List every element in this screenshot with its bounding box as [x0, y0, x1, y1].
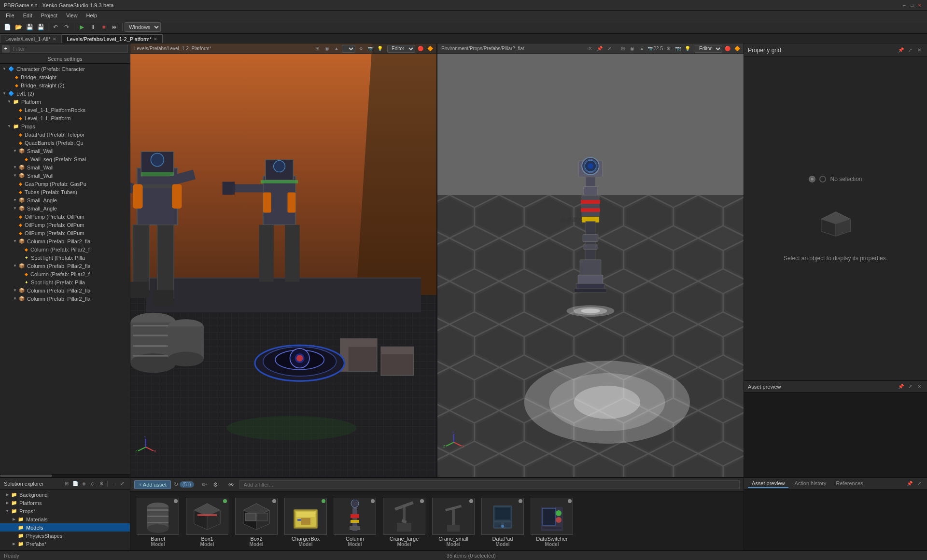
sol-exp-icon-2[interactable]: 📄	[71, 480, 79, 488]
vp-render2-btn[interactable]: 🔶	[426, 45, 435, 53]
tree-item[interactable]: ◆ OilPump (Prefab: OilPum	[0, 229, 130, 237]
maximize-button[interactable]: □	[909, 2, 915, 9]
open-button[interactable]: 📂	[13, 22, 24, 32]
asset-item-crane-large[interactable]: Crane_large Model	[380, 495, 428, 549]
new-button[interactable]: 📄	[2, 22, 13, 32]
asset-item-datapad[interactable]: DataPad Model	[479, 495, 526, 549]
tree-item[interactable]: ◆ Level_1-1_PlatformRocks	[0, 106, 130, 114]
tab-close-icon[interactable]: ✕	[154, 37, 157, 42]
menu-edit[interactable]: Edit	[19, 12, 36, 19]
tree-item[interactable]: ▼ 📁 Platform	[0, 98, 130, 106]
tree-item[interactable]: ▼ 📦 Small_Wall	[0, 163, 130, 171]
tab-close-icon[interactable]: ✕	[53, 37, 56, 42]
prop-grid-pin-btn[interactable]: 📌	[897, 46, 905, 54]
step-button[interactable]: ⏭	[110, 22, 120, 32]
sol-tree-item-materials[interactable]: ▶ 📁 Materials	[0, 515, 130, 523]
viewport-mode-dropdown2[interactable]: Editor	[695, 45, 722, 53]
vp-render2-btn2[interactable]: 🔶	[733, 45, 742, 53]
action-history-btm-tab[interactable]: Action history	[790, 479, 830, 488]
tree-item[interactable]: ◆ Bridge_straight (2)	[0, 81, 130, 89]
vp-settings-btn[interactable]: ⚙	[356, 45, 365, 53]
menu-help[interactable]: Help	[83, 12, 101, 19]
tree-item[interactable]: ✦ Spot light (Prefab: Pilla	[0, 253, 130, 262]
tree-item[interactable]: ✦ Spot light (Prefab: Pilla	[0, 278, 130, 286]
tree-item[interactable]: ▼ 📦 Column (Prefab: Pillar2_fla	[0, 286, 130, 294]
sol-tree-item-prefabs[interactable]: ▶ 📁 Prefabs*	[0, 540, 130, 548]
eye-btn[interactable]: 👁	[226, 480, 237, 490]
vp-light-btn2[interactable]: 💡	[683, 45, 692, 53]
stop-button[interactable]: ■	[98, 22, 109, 32]
grid-button[interactable]: ⊞	[313, 45, 322, 53]
asset-item-box2[interactable]: Box2 Model	[233, 495, 280, 549]
tree-item[interactable]: ◆ QuadBarrels (Prefab: Qu	[0, 139, 130, 147]
platform-dropdown[interactable]: Windows Android iOS	[125, 22, 161, 32]
asset-preview-pin-btn[interactable]: 📌	[897, 383, 905, 391]
vp-expand-btn[interactable]: ⤢	[605, 45, 614, 53]
tab-level-all[interactable]: Levels/Level_1-All* ✕	[0, 34, 62, 43]
asset-item-crane-small[interactable]: Crane_small Model	[430, 495, 477, 549]
sol-tree-item-background[interactable]: ▶ 📁 Background	[0, 490, 130, 499]
asset-tool-1[interactable]: ✏	[199, 480, 210, 490]
close-button[interactable]: ✕	[916, 2, 923, 9]
undo-button[interactable]: ↶	[50, 22, 61, 32]
tree-item[interactable]: ◆ DataPad (Prefab: Telepor	[0, 130, 130, 139]
tree-item[interactable]: ▼ 📦 Small_Wall	[0, 171, 130, 180]
sol-exp-icon-4[interactable]: ◇	[89, 480, 97, 488]
sol-exp-icon-1[interactable]: ⊞	[63, 480, 70, 488]
sol-exp-expand[interactable]: ⤢	[118, 480, 126, 488]
play-button[interactable]: ▶	[76, 22, 87, 32]
viewport-right[interactable]: Environment/Props/Prefabs/Pillar2_flat ✕…	[437, 43, 744, 477]
vp-cam-btn[interactable]: 📷	[366, 45, 375, 53]
prop-grid-expand-btn[interactable]: ⤢	[906, 46, 914, 54]
menu-view[interactable]: View	[62, 12, 82, 19]
asset-preview-close-btn[interactable]: ✕	[915, 383, 923, 391]
vp-render-btn[interactable]: 🔴	[416, 45, 425, 53]
tree-item[interactable]: ◆ Tubes (Prefab: Tubes)	[0, 188, 130, 196]
add-entity-button[interactable]: +	[2, 45, 10, 53]
object-button[interactable]: ◉	[323, 45, 331, 53]
tree-item[interactable]: ◆ Column (Prefab: Pillar2_f	[0, 245, 130, 253]
tree-item[interactable]: ◆ GasPump (Prefab: GasPu	[0, 180, 130, 188]
vp-light-btn[interactable]: 💡	[376, 45, 384, 53]
asset-filter-input[interactable]	[239, 480, 740, 489]
pause-button[interactable]: ⏸	[87, 22, 98, 32]
vp-render-btn2[interactable]: 🔴	[723, 45, 732, 53]
tree-item[interactable]: ◆ Level_1-1_Platform	[0, 114, 130, 122]
selection-radio-empty[interactable]	[819, 176, 826, 182]
asset-tool-2[interactable]: ⚙	[211, 480, 221, 490]
tab-level-platform[interactable]: Levels/Prefabs/Level_1-2_Platform* ✕	[62, 34, 163, 43]
tree-item[interactable]: ▼ 📦 Small_Angle	[0, 204, 130, 212]
terrain-button[interactable]: ▲	[332, 45, 341, 53]
sol-tree-item-models[interactable]: 📁 Models	[0, 523, 130, 532]
tree-item[interactable]: ▼ 🔷 Character (Prefab: Character	[0, 65, 130, 73]
cam-num-dropdown[interactable]: 1	[342, 45, 355, 53]
tree-item[interactable]: ▼ 📁 Props	[0, 122, 130, 130]
minimize-button[interactable]: –	[901, 2, 908, 9]
sol-tree-item-props[interactable]: ▼ 📁 Props*	[0, 507, 130, 515]
vp-settings-btn2[interactable]: ⚙	[664, 45, 673, 53]
sol-exp-minimize[interactable]: –	[110, 480, 117, 488]
selection-radio-filled[interactable]	[809, 176, 815, 182]
tree-item[interactable]: ◆ Column (Prefab: Pillar2_f	[0, 270, 130, 278]
viewport-mode-dropdown[interactable]: Editor Game	[387, 45, 415, 53]
menu-project[interactable]: Project	[37, 12, 61, 19]
tree-item[interactable]: ▼ 📦 Column (Prefab: Pillar2_fla	[0, 294, 130, 303]
tree-item[interactable]: ◆ OilPump (Prefab: OilPum	[0, 221, 130, 229]
refresh-icon[interactable]: ↻	[174, 481, 178, 488]
search-input[interactable]	[11, 45, 128, 53]
vp-pin-btn[interactable]: 📌	[595, 45, 604, 53]
sol-tree-item-platforms[interactable]: ▶ 📁 Platforms	[0, 499, 130, 507]
scene-settings-button[interactable]: Scene settings	[0, 54, 130, 64]
asset-item-column[interactable]: Column Model	[331, 495, 379, 549]
menu-file[interactable]: File	[2, 12, 18, 19]
viewport-left[interactable]: Levels/Prefabs/Level_1-2_Platform* ⊞ ◉ ▲…	[130, 43, 437, 477]
tree-item[interactable]: ▼ 📦 Column (Prefab: Pillar2_fla	[0, 262, 130, 270]
tree-item[interactable]: ◆ Wall_seg (Prefab: Smal	[0, 155, 130, 163]
vp-terrain-btn2[interactable]: ▲	[638, 45, 646, 53]
add-asset-button[interactable]: + Add asset	[134, 480, 171, 489]
asset-preview-btm-tab[interactable]: Asset preview	[748, 479, 788, 488]
vp-close-btn[interactable]: ✕	[586, 45, 594, 53]
asset-item-chargerbox[interactable]: ChargerBox Model	[282, 495, 329, 549]
asset-item-dataswitcher[interactable]: DataSwitcher Model	[528, 495, 576, 549]
sol-exp-icon-3[interactable]: ◈	[80, 480, 88, 488]
